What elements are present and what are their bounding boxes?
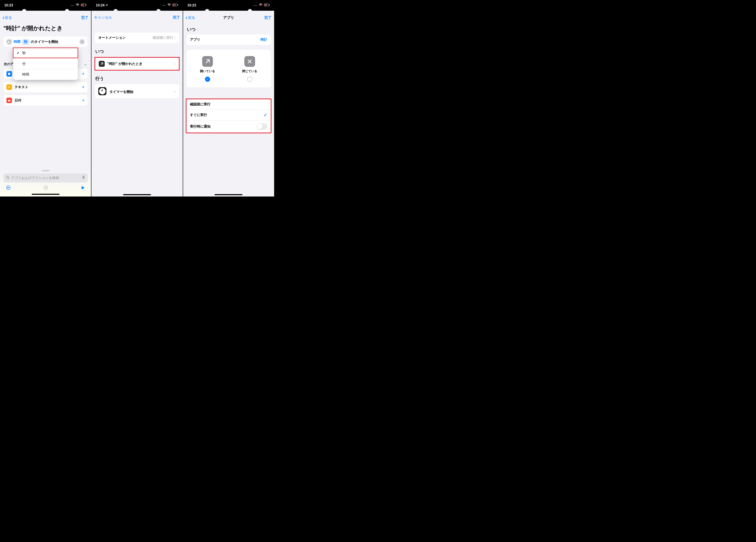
home-indicator[interactable] bbox=[123, 194, 151, 195]
memo-icon bbox=[6, 71, 12, 77]
clear-button[interactable]: ✕ bbox=[79, 39, 85, 44]
search-icon bbox=[6, 176, 9, 180]
svg-rect-4 bbox=[8, 73, 10, 75]
done-button[interactable]: 完了 bbox=[264, 15, 272, 20]
play-button[interactable] bbox=[81, 186, 85, 191]
back-label: 戻る bbox=[188, 15, 195, 20]
choice-closed[interactable]: 閉じている bbox=[242, 56, 257, 82]
done-button[interactable]: 完了 bbox=[173, 15, 180, 20]
battery-icon bbox=[172, 3, 178, 7]
clock-icon bbox=[6, 39, 12, 45]
radio-checked[interactable]: ✓ bbox=[205, 77, 210, 82]
close-icon bbox=[244, 56, 255, 67]
option-label: 実行時に通知 bbox=[190, 124, 211, 129]
wifi-icon bbox=[259, 3, 263, 7]
status-right: •••• bbox=[70, 3, 87, 7]
when-label: "時計" が開かれたとき bbox=[107, 62, 171, 66]
notify-switch[interactable] bbox=[257, 123, 267, 130]
do-cell[interactable]: タイマーを開始 › bbox=[95, 84, 179, 98]
option-label: 確認後に実行 bbox=[190, 102, 211, 107]
screen-3: 10:23 •••• ‹ 戻る アプリ 完了 いつ アプリ 時計 bbox=[183, 0, 274, 197]
cell-dots-icon: •••• bbox=[162, 4, 166, 7]
cancel-button[interactable]: キャンセル bbox=[94, 15, 112, 20]
next-action-label: 次のア bbox=[4, 62, 13, 66]
svg-rect-1 bbox=[86, 4, 86, 6]
undo-button[interactable] bbox=[6, 185, 11, 191]
status-bar: 10:23 •••• bbox=[0, 0, 91, 11]
add-button[interactable]: + bbox=[82, 71, 85, 77]
notch-edge bbox=[91, 11, 182, 14]
highlight-box: "時計" が開かれたとき › bbox=[94, 57, 179, 71]
suggestion-row-date[interactable]: 日付 + bbox=[3, 95, 88, 106]
back-button[interactable]: ‹ 戻る bbox=[3, 15, 12, 21]
check-icon: ✓ bbox=[264, 112, 267, 118]
chevron-right-icon: › bbox=[174, 61, 175, 66]
screen-2: 10:24 •••• キャンセル 完了 オートメーション 確認後に実行 ⌃⌄ bbox=[91, 0, 182, 197]
wifi-icon bbox=[167, 3, 171, 7]
status-time: 10:24 bbox=[96, 3, 105, 7]
when-cell[interactable]: "時計" が開かれたとき › bbox=[95, 58, 179, 70]
when-header: いつ bbox=[183, 23, 274, 34]
time-token[interactable]: 時間 bbox=[14, 40, 21, 44]
page-title: "時計" が開かれたとき bbox=[0, 23, 91, 36]
app-cell[interactable]: アプリ 時計 bbox=[187, 34, 271, 45]
unit-token[interactable]: 秒 bbox=[22, 39, 29, 45]
add-button[interactable]: + bbox=[82, 98, 85, 103]
status-time: 10:23 bbox=[187, 3, 196, 7]
svg-rect-2 bbox=[81, 4, 83, 6]
option-immediate[interactable]: すぐに実行 ✓ bbox=[187, 110, 271, 121]
automation-value: 確認後に実行 ⌃⌄ bbox=[153, 36, 176, 40]
search-input[interactable]: アプリおよびアクションを検索 bbox=[3, 173, 88, 182]
dropdown-item-seconds[interactable]: 秒 bbox=[13, 48, 78, 59]
option-confirm[interactable]: 確認後に実行 bbox=[187, 99, 271, 110]
svg-rect-6 bbox=[8, 100, 10, 100]
search-placeholder: アプリおよびアクションを検索 bbox=[11, 176, 59, 180]
status-bar: 10:24 •••• bbox=[91, 0, 182, 11]
do-label: タイマーを開始 bbox=[109, 90, 171, 94]
choice-row: 開いている ✓ 閉じている bbox=[187, 50, 271, 87]
wifi-icon bbox=[76, 3, 79, 7]
nav-bar: キャンセル 完了 bbox=[91, 14, 182, 22]
calendar-icon bbox=[6, 98, 12, 103]
timer-action-block[interactable]: 時間 秒 のタイマーを開始 ✕ bbox=[3, 36, 88, 47]
done-button[interactable]: 完了 bbox=[81, 15, 88, 20]
cell-dots-icon: •••• bbox=[254, 4, 257, 7]
choice-opened[interactable]: 開いている ✓ bbox=[200, 56, 215, 82]
chevron-right-icon: › bbox=[174, 89, 176, 94]
row-label: 日付 bbox=[15, 98, 21, 103]
nav-bar: ‹ 戻る 完了 bbox=[0, 14, 91, 23]
svg-point-10 bbox=[44, 186, 48, 190]
home-indicator[interactable] bbox=[215, 194, 242, 195]
nav-bar: ‹ 戻る アプリ 完了 bbox=[183, 14, 274, 23]
radio-unchecked[interactable] bbox=[247, 77, 252, 82]
redo-button[interactable] bbox=[43, 185, 48, 191]
notch-edge bbox=[0, 11, 91, 14]
bottom-panel: アプリおよびアクションを検索 bbox=[0, 169, 91, 197]
screen-1: 10:23 •••• ‹ 戻る 完了 "時計" が開かれたとき 時間 秒 のタイ… bbox=[0, 0, 91, 197]
suggestion-row-text[interactable]: テキスト + bbox=[3, 82, 88, 93]
row-label: テキスト bbox=[15, 85, 28, 90]
clock-app-icon bbox=[98, 87, 106, 95]
svg-rect-16 bbox=[264, 4, 266, 6]
dropdown-item-hours[interactable]: 時間 bbox=[13, 69, 78, 80]
grabber[interactable] bbox=[42, 170, 49, 171]
choice-label: 閉じている bbox=[242, 69, 257, 73]
chevron-down-icon: ⌄ bbox=[84, 62, 87, 66]
updown-icon: ⌃⌄ bbox=[174, 37, 176, 39]
app-group: アプリ 時計 bbox=[187, 34, 271, 45]
dropdown-item-minutes[interactable]: 分 bbox=[13, 59, 78, 69]
status-bar: 10:23 •••• bbox=[183, 0, 274, 11]
cell-dots-icon: •••• bbox=[70, 4, 74, 7]
home-indicator[interactable] bbox=[32, 194, 60, 195]
option-notify[interactable]: 実行時に通知 bbox=[187, 121, 271, 133]
automation-cell[interactable]: オートメーション 確認後に実行 ⌃⌄ bbox=[95, 33, 179, 43]
battery-icon bbox=[81, 3, 87, 7]
option-label: すぐに実行 bbox=[190, 113, 207, 117]
automation-group: オートメーション 確認後に実行 ⌃⌄ bbox=[95, 33, 179, 43]
status-right: •••• bbox=[162, 3, 178, 7]
back-button[interactable]: ‹ 戻る bbox=[186, 15, 195, 21]
add-button[interactable]: + bbox=[82, 84, 85, 90]
svg-rect-13 bbox=[173, 4, 174, 6]
shortcut-open-icon bbox=[99, 61, 105, 67]
mic-icon[interactable] bbox=[82, 176, 85, 180]
